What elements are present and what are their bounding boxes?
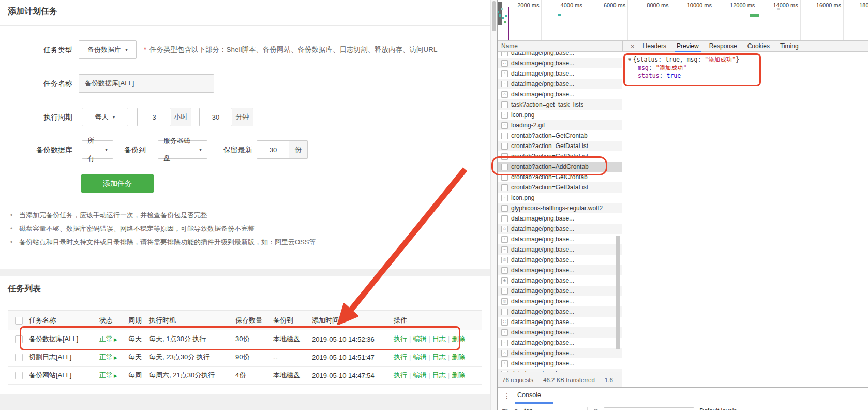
task-type-select[interactable]: 备份数据库 ▾ bbox=[79, 40, 137, 59]
network-request-row[interactable]: ⌂data:image/png;base... bbox=[498, 348, 622, 358]
network-request-row[interactable]: task?action=get_task_lists bbox=[498, 99, 622, 110]
timeline-tick: 14000 ms bbox=[757, 0, 800, 40]
file-type-icon: ▫ bbox=[501, 340, 508, 346]
network-request-row[interactable]: crontab?action=GetDataList bbox=[498, 182, 622, 193]
network-request-row[interactable]: crontab?action=GetDataList bbox=[498, 151, 622, 162]
page-scrollbar[interactable] bbox=[490, 0, 497, 410]
file-type-icon bbox=[501, 101, 508, 108]
table-row[interactable]: 备份数据库[ALL]正常▶每天每天, 1点30分 执行30份本地磁盘2019-0… bbox=[8, 330, 482, 348]
table-row[interactable]: 备份网站[ALL]正常▶每周每周六, 21点30分执行4份本地磁盘2019-05… bbox=[8, 367, 482, 385]
network-request-row[interactable]: ▫data:image/png;base... bbox=[498, 52, 622, 58]
close-icon[interactable]: × bbox=[627, 42, 638, 50]
json-segment: status bbox=[638, 72, 660, 79]
kebab-menu-icon[interactable]: ⋮ bbox=[503, 391, 511, 400]
db-scope-select[interactable]: 所有 ▾ bbox=[82, 140, 113, 159]
op-edit[interactable]: 编辑 bbox=[413, 353, 426, 361]
network-request-row[interactable]: crontab?action=GetCrontab bbox=[498, 130, 622, 141]
network-request-row[interactable]: data:image/png;base... bbox=[498, 213, 622, 224]
execution-context-select[interactable]: top ▾ bbox=[524, 407, 582, 410]
network-request-row[interactable]: glyphicons-halflings-regular.woff2 bbox=[498, 203, 622, 213]
table-row[interactable]: 切割日志[ALL]正常▶每天每天, 23点30分 执行90份--2019-05-… bbox=[8, 348, 482, 367]
network-request-row[interactable]: ◦data:image/png;base... bbox=[498, 68, 622, 79]
op-run[interactable]: 执行 bbox=[394, 353, 407, 361]
row-checkbox[interactable] bbox=[15, 372, 23, 379]
console-sidebar-icon[interactable]: ◧ bbox=[502, 407, 508, 410]
select-all-checkbox[interactable] bbox=[15, 317, 23, 325]
devtools-header-row: Name × HeadersPreviewResponseCookiesTimi… bbox=[498, 40, 868, 52]
op-log[interactable]: 日志 bbox=[432, 353, 446, 361]
network-request-row[interactable]: ∷data:image/png;base... bbox=[498, 58, 622, 68]
network-request-row[interactable]: crontab?action=AddCrontab bbox=[498, 162, 622, 172]
row-checkbox[interactable] bbox=[15, 335, 23, 343]
required-asterisk: * bbox=[144, 46, 146, 53]
name-column-header[interactable]: Name bbox=[501, 41, 518, 51]
network-request-row[interactable]: ⌂data:image/png;base... bbox=[498, 224, 622, 234]
file-type-icon: ▫ bbox=[501, 81, 508, 87]
console-filter-input[interactable] bbox=[604, 407, 694, 410]
request-name: data:image/png;base... bbox=[511, 308, 574, 315]
form-row-task-name: 任务名称 bbox=[0, 74, 490, 93]
play-icon[interactable]: ▶ bbox=[114, 373, 117, 378]
op-log[interactable]: 日志 bbox=[432, 371, 446, 379]
op-delete[interactable]: 删除 bbox=[452, 371, 465, 379]
op-delete[interactable]: 删除 bbox=[452, 335, 465, 343]
live-expression-eye-icon[interactable]: ◎ bbox=[593, 407, 598, 410]
network-request-row[interactable]: ◦data:image/png;base... bbox=[498, 327, 622, 338]
op-run[interactable]: 执行 bbox=[394, 371, 407, 379]
table-header-cell: 状态 bbox=[97, 316, 126, 325]
keep-count-input[interactable] bbox=[257, 140, 290, 159]
network-overview-timeline[interactable]: 2000 ms4000 ms6000 ms8000 ms10000 ms1200… bbox=[498, 0, 868, 40]
play-icon[interactable]: ▶ bbox=[114, 355, 117, 360]
network-request-row[interactable]: ◎data:image/png;base... bbox=[498, 296, 622, 306]
network-request-row[interactable]: ◦data:image/png;base... bbox=[498, 234, 622, 244]
tab-headers[interactable]: Headers bbox=[638, 41, 671, 52]
network-request-row[interactable]: ◌loading-2.gif bbox=[498, 120, 622, 130]
log-levels-select[interactable]: Default levels ▾ bbox=[699, 407, 742, 410]
clear-console-icon[interactable]: ⊘ bbox=[513, 407, 519, 410]
add-task-button[interactable]: 添加任务 bbox=[81, 174, 154, 193]
network-request-row[interactable]: ▫data:image/png;base... bbox=[498, 338, 622, 348]
network-request-row[interactable]: ▫icon.png bbox=[498, 193, 622, 203]
keep-unit: 份 bbox=[289, 140, 308, 159]
hour-input[interactable] bbox=[137, 108, 171, 126]
tab-console[interactable]: Console bbox=[517, 391, 541, 399]
task-name-input[interactable] bbox=[79, 74, 214, 93]
op-run[interactable]: 执行 bbox=[394, 335, 407, 343]
network-request-row[interactable]: data:image/png;base... bbox=[498, 306, 622, 317]
network-request-row[interactable]: ▫data:image/png;base... bbox=[498, 286, 622, 296]
network-request-row[interactable]: ▫data:image/png;base... bbox=[498, 265, 622, 275]
network-request-row[interactable]: ▫icon.png bbox=[498, 110, 622, 120]
op-edit[interactable]: 编辑 bbox=[413, 335, 426, 343]
network-request-row[interactable]: crontab?action=GetCrontab bbox=[498, 172, 622, 182]
play-icon[interactable]: ▶ bbox=[114, 337, 117, 342]
tab-timing[interactable]: Timing bbox=[775, 41, 804, 52]
network-request-row[interactable]: crontab?action=GetDataList bbox=[498, 141, 622, 151]
cycle-select[interactable]: 每天 ▾ bbox=[82, 108, 128, 126]
network-request-row[interactable]: ◦data:image/png;base... bbox=[498, 358, 622, 369]
op-edit[interactable]: 编辑 bbox=[413, 371, 426, 379]
network-request-row[interactable]: ∷data:image/png;base... bbox=[498, 317, 622, 327]
file-type-icon: ≡ bbox=[501, 246, 508, 253]
notes-list: 当添加完备份任务，应该手动运行一次，并检查备份包是否完整磁盘容量不够、数据库密码… bbox=[10, 211, 466, 252]
network-request-row[interactable]: ◈data:image/png;base... bbox=[498, 275, 622, 286]
request-name: glyphicons-halflings-regular.woff2 bbox=[511, 204, 603, 212]
minute-input[interactable] bbox=[199, 108, 232, 126]
network-request-row[interactable]: ▫data:image/png;base... bbox=[498, 79, 622, 89]
row-checkbox[interactable] bbox=[15, 354, 23, 361]
network-request-row[interactable]: ◎data:image/png;base... bbox=[498, 255, 622, 265]
expander-icon[interactable]: ▼ bbox=[628, 57, 631, 62]
file-type-icon: ⌂ bbox=[501, 91, 508, 98]
network-request-row[interactable]: ≡data:image/png;base... bbox=[498, 244, 622, 255]
op-delete[interactable]: 删除 bbox=[452, 353, 465, 361]
task-operations: 执行|编辑|日志|删除 bbox=[391, 334, 482, 344]
tab-cookies[interactable]: Cookies bbox=[742, 41, 775, 52]
chevron-down-icon: ▾ bbox=[125, 41, 128, 58]
op-log[interactable]: 日志 bbox=[432, 335, 446, 343]
tab-preview[interactable]: Preview bbox=[671, 41, 704, 52]
file-type-icon: ▫ bbox=[501, 267, 508, 274]
page-scrollbar-thumb[interactable] bbox=[492, 1, 496, 31]
backup-dest-select[interactable]: 服务器磁盘 ▾ bbox=[158, 140, 207, 159]
request-list-scrollbar-thumb[interactable] bbox=[616, 236, 620, 349]
network-request-row[interactable]: ⌂data:image/png;base... bbox=[498, 89, 622, 99]
tab-response[interactable]: Response bbox=[704, 41, 742, 52]
